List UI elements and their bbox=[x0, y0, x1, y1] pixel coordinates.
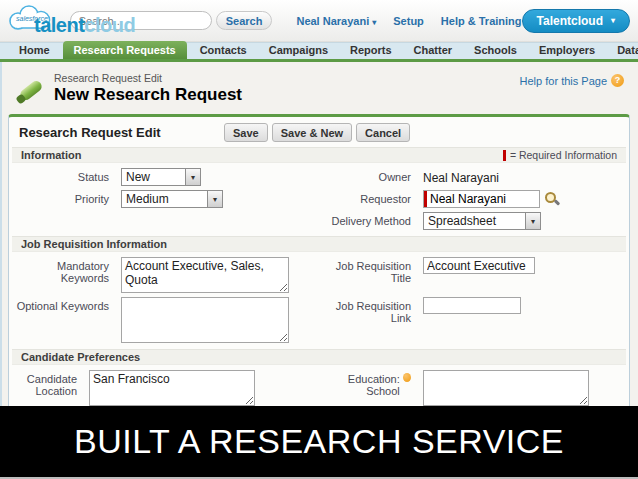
job-requisition-title-input[interactable] bbox=[423, 257, 535, 274]
tab-chatter[interactable]: Chatter bbox=[405, 42, 462, 59]
chevron-down-icon: ▾ bbox=[611, 16, 615, 25]
talentcloud-logo: salesforce talentcloud bbox=[8, 2, 70, 40]
tab-home[interactable]: Home bbox=[10, 42, 59, 59]
lookup-magnifier-icon[interactable] bbox=[544, 191, 560, 207]
job-requisition-title-label: Job Requisition Title bbox=[319, 257, 423, 293]
form-buttons: Save Save & New Cancel bbox=[224, 123, 410, 142]
section-candidate-preferences: Candidate Preferences bbox=[12, 349, 626, 365]
save-button[interactable]: Save bbox=[224, 123, 268, 142]
candidate-location-label: Candidate Location bbox=[9, 370, 89, 406]
page-title: New Research Request bbox=[16, 85, 628, 105]
job-requisition-link-label: Job Requisition Link bbox=[319, 297, 423, 343]
education-school-textarea[interactable] bbox=[423, 370, 589, 406]
save-and-new-button[interactable]: Save & New bbox=[272, 123, 352, 142]
dropdown-arrow-icon[interactable]: ▾ bbox=[525, 213, 540, 229]
candidate-location-textarea[interactable]: San Francisco bbox=[89, 370, 255, 406]
research-request-icon bbox=[16, 74, 46, 106]
required-legend: = Required Information bbox=[503, 149, 617, 161]
required-bar-icon bbox=[503, 150, 506, 161]
status-select[interactable]: New▾ bbox=[121, 168, 201, 186]
tab-bar: Home Research Requests Contacts Campaign… bbox=[0, 42, 638, 62]
mandatory-keywords-label: Mandatory Keywords bbox=[9, 257, 121, 293]
tab-reports[interactable]: Reports bbox=[341, 42, 401, 59]
user-menu[interactable]: Neal Narayani ▾ bbox=[296, 15, 376, 27]
job-requisition-link-input[interactable] bbox=[423, 297, 521, 314]
caption-text: BUILT A RESEARCH SERVICE bbox=[74, 422, 564, 461]
mandatory-keywords-textarea[interactable]: Account Executive, Sales, Quota bbox=[121, 257, 289, 293]
tab-campaigns[interactable]: Campaigns bbox=[260, 42, 337, 59]
delivery-method-select[interactable]: Spreadsheet▾ bbox=[423, 212, 541, 230]
job-requisition-fields: Mandatory Keywords Account Executive, Sa… bbox=[9, 252, 629, 349]
status-label: Status bbox=[9, 168, 121, 186]
help-icon[interactable]: ? bbox=[611, 74, 624, 87]
cancel-button[interactable]: Cancel bbox=[356, 123, 410, 142]
app-menu-button[interactable]: Talentcloud▾ bbox=[522, 9, 630, 33]
caption-overlay: BUILT A RESEARCH SERVICE bbox=[0, 406, 638, 477]
dropdown-arrow-icon[interactable]: ▾ bbox=[207, 191, 222, 207]
logo-wordmark: talentcloud bbox=[34, 14, 135, 37]
user-links: Neal Narayani ▾ Setup Help & Training bbox=[296, 15, 521, 27]
tab-contacts[interactable]: Contacts bbox=[191, 42, 256, 59]
education-school-label: Education: School bbox=[319, 370, 423, 406]
dropdown-arrow-icon[interactable]: ▾ bbox=[185, 169, 200, 185]
delivery-method-label: Delivery Method bbox=[319, 212, 423, 230]
tab-datacom[interactable]: Data.com bbox=[608, 42, 638, 59]
form-title-row: Research Request Edit Save Save & New Ca… bbox=[9, 117, 629, 147]
search-button[interactable]: Search bbox=[216, 11, 273, 30]
tab-research-requests[interactable]: Research Requests bbox=[63, 41, 187, 59]
info-orange-icon[interactable] bbox=[403, 373, 411, 382]
optional-keywords-label: Optional Keywords bbox=[9, 297, 121, 343]
requestor-input[interactable] bbox=[427, 191, 539, 207]
page-header: Research Request Edit New Research Reque… bbox=[2, 62, 638, 114]
information-fields: Status New▾ Owner Neal Narayani Priority… bbox=[9, 163, 629, 236]
priority-label: Priority bbox=[9, 190, 121, 208]
requestor-label: Requestor bbox=[319, 190, 423, 208]
section-information: Information = Required Information bbox=[12, 147, 626, 163]
owner-value: Neal Narayani bbox=[423, 168, 499, 186]
optional-keywords-textarea[interactable] bbox=[121, 297, 289, 343]
owner-label: Owner bbox=[319, 168, 423, 186]
help-for-page-link[interactable]: Help for this Page ? bbox=[520, 74, 624, 87]
tab-employers[interactable]: Employers bbox=[530, 42, 604, 59]
requestor-field bbox=[423, 190, 540, 208]
app-window: salesforce talentcloud Search Neal Naray… bbox=[0, 0, 638, 479]
top-header: salesforce talentcloud Search Neal Naray… bbox=[0, 0, 638, 42]
setup-link[interactable]: Setup bbox=[393, 15, 424, 27]
help-training-link[interactable]: Help & Training bbox=[441, 15, 522, 27]
section-job-requisition: Job Requisition Information bbox=[12, 236, 626, 252]
form-title: Research Request Edit bbox=[19, 125, 224, 140]
chevron-down-icon: ▾ bbox=[372, 18, 376, 27]
tab-schools[interactable]: Schools bbox=[465, 42, 526, 59]
priority-select[interactable]: Medium▾ bbox=[121, 190, 223, 208]
